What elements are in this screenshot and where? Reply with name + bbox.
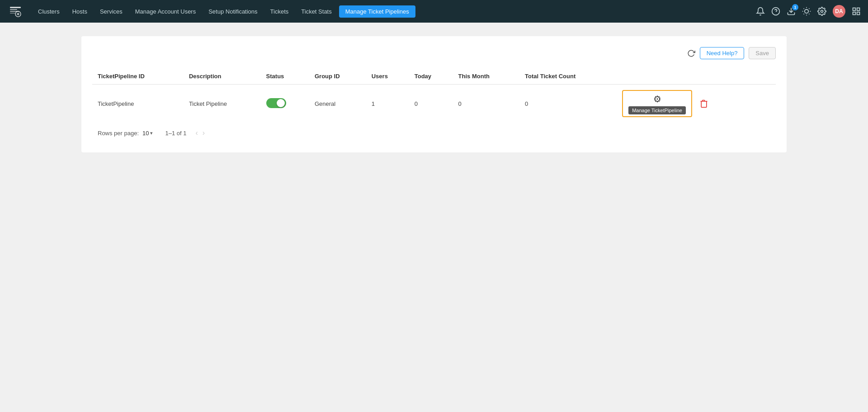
svg-rect-22 bbox=[857, 8, 860, 11]
table-row: TicketPipeline Ticket Pipeline General 1… bbox=[92, 85, 776, 123]
cell-description: Ticket Pipeline bbox=[184, 85, 261, 123]
col-header-actions bbox=[617, 68, 776, 85]
save-button[interactable]: Save bbox=[749, 47, 776, 59]
notification-icon[interactable] bbox=[756, 7, 765, 16]
gear-icon: ⚙ bbox=[653, 94, 661, 104]
chevron-down-icon: ▾ bbox=[150, 130, 153, 136]
logo bbox=[7, 3, 24, 19]
delete-button[interactable] bbox=[696, 97, 712, 110]
svg-line-18 bbox=[804, 14, 804, 14]
table-header-row: TicketPipeline ID Description Status Gro… bbox=[92, 68, 776, 85]
actions-wrapper: ⚙ Manage TicketPipeline bbox=[622, 90, 770, 117]
pagination-range: 1–1 of 1 bbox=[165, 130, 187, 137]
col-header-description: Description bbox=[184, 68, 261, 85]
main-content: Need Help? Save TicketPipeline ID Descri… bbox=[0, 23, 868, 166]
manage-ticket-pipelines-button[interactable]: Manage Ticket Pipelines bbox=[339, 5, 415, 18]
svg-line-15 bbox=[809, 14, 809, 14]
manage-pipeline-button[interactable]: ⚙ Manage TicketPipeline bbox=[622, 90, 692, 117]
nav-hosts[interactable]: Hosts bbox=[67, 5, 93, 18]
svg-rect-23 bbox=[857, 12, 860, 15]
col-header-total-ticket-count: Total Ticket Count bbox=[519, 68, 617, 85]
pagination-nav: ‹ › bbox=[194, 128, 207, 138]
svg-rect-4 bbox=[10, 13, 15, 14]
nav-manage-account-users[interactable]: Manage Account Users bbox=[130, 5, 201, 18]
cell-pipeline-id: TicketPipeline bbox=[92, 85, 184, 123]
svg-rect-1 bbox=[10, 7, 21, 8]
col-header-users: Users bbox=[366, 68, 409, 85]
svg-rect-21 bbox=[853, 8, 856, 11]
nav-tickets[interactable]: Tickets bbox=[265, 5, 294, 18]
cell-total-ticket-count: 0 bbox=[519, 85, 617, 123]
col-header-group-id: Group ID bbox=[309, 68, 366, 85]
need-help-button[interactable]: Need Help? bbox=[700, 47, 745, 59]
cell-status bbox=[261, 85, 309, 123]
pagination: Rows per page: 10 ▾ 1–1 of 1 ‹ › bbox=[92, 123, 776, 138]
cell-users: 1 bbox=[366, 85, 409, 123]
svg-point-20 bbox=[821, 10, 823, 13]
cell-group-id: General bbox=[309, 85, 366, 123]
col-header-status: Status bbox=[261, 68, 309, 85]
nav-setup-notifications[interactable]: Setup Notifications bbox=[203, 5, 263, 18]
rows-per-page-label: Rows per page: bbox=[98, 130, 139, 137]
col-header-id: TicketPipeline ID bbox=[92, 68, 184, 85]
card-toolbar: Need Help? Save bbox=[92, 47, 776, 59]
cell-this-month: 0 bbox=[453, 85, 519, 123]
nav-clusters[interactable]: Clusters bbox=[33, 5, 65, 18]
avatar[interactable]: DA bbox=[833, 5, 845, 18]
col-header-this-month: This Month bbox=[453, 68, 519, 85]
download-badge: 1 bbox=[792, 4, 798, 10]
navbar-icons: 1 DA bbox=[756, 5, 861, 18]
svg-line-14 bbox=[804, 9, 804, 9]
svg-line-19 bbox=[809, 9, 809, 9]
theme-icon[interactable] bbox=[802, 7, 811, 16]
nav-services[interactable]: Services bbox=[94, 5, 128, 18]
refresh-button[interactable] bbox=[687, 49, 695, 57]
cell-actions: ⚙ Manage TicketPipeline bbox=[617, 85, 776, 123]
status-toggle[interactable] bbox=[266, 98, 286, 108]
rows-per-page-select[interactable]: 10 ▾ bbox=[142, 130, 152, 137]
download-icon[interactable]: 1 bbox=[787, 7, 796, 16]
cell-today: 0 bbox=[409, 85, 453, 123]
prev-page-button[interactable]: ‹ bbox=[194, 128, 200, 138]
nav-ticket-stats[interactable]: Ticket Stats bbox=[296, 5, 337, 18]
navbar: Clusters Hosts Services Manage Account U… bbox=[0, 0, 868, 23]
help-icon[interactable] bbox=[771, 7, 780, 16]
content-card: Need Help? Save TicketPipeline ID Descri… bbox=[81, 36, 787, 152]
rows-per-page-value: 10 bbox=[142, 130, 149, 137]
svg-point-11 bbox=[805, 9, 808, 13]
svg-rect-24 bbox=[853, 12, 856, 15]
pipelines-table: TicketPipeline ID Description Status Gro… bbox=[92, 68, 776, 123]
col-header-today: Today bbox=[409, 68, 453, 85]
next-page-button[interactable]: › bbox=[201, 128, 207, 138]
svg-rect-2 bbox=[10, 9, 17, 10]
settings-icon[interactable] bbox=[817, 7, 826, 16]
apps-icon[interactable] bbox=[852, 7, 861, 16]
manage-tooltip: Manage TicketPipeline bbox=[628, 106, 686, 114]
toggle-knob bbox=[277, 99, 285, 107]
